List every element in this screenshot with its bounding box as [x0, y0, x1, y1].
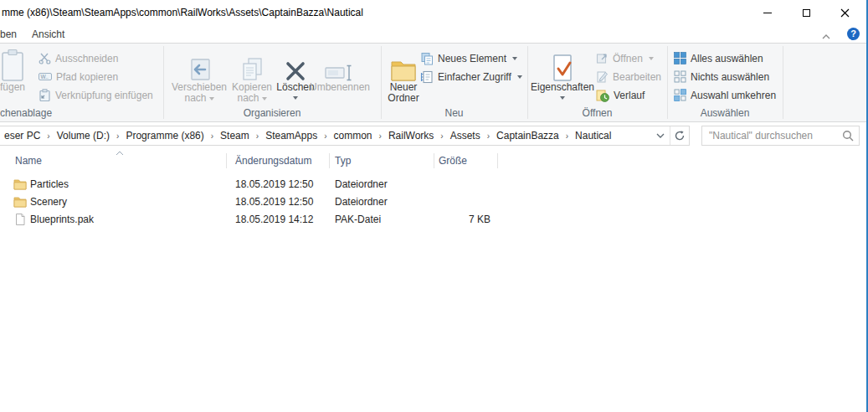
clipboard-paste-icon: [0, 49, 25, 82]
easy-access-button[interactable]: Einfacher Zugriff: [420, 70, 522, 84]
minimize-button[interactable]: [748, 0, 787, 25]
select-none-button[interactable]: Nichts auswählen: [674, 70, 769, 84]
file-size: [434, 193, 492, 210]
file-type: PAK-Datei: [335, 210, 381, 228]
delete-icon: [285, 60, 306, 82]
column-divider[interactable]: [226, 153, 227, 168]
new-folder-button[interactable]: Neuer Ordner: [383, 47, 424, 104]
column-header-name[interactable]: Name: [15, 149, 42, 173]
ribbon-collapse-button[interactable]: [821, 31, 831, 43]
breadcrumb-item[interactable]: SteamApps: [265, 130, 318, 142]
search-icon: [842, 130, 854, 142]
caret-down-icon: [517, 75, 522, 79]
breadcrumb-item[interactable]: common: [333, 130, 373, 142]
group-label-clipboard: chenablage: [0, 107, 163, 119]
file-size: [434, 175, 492, 193]
breadcrumb-separator[interactable]: ›: [41, 131, 55, 141]
rename-button[interactable]: Umbenennen: [307, 47, 372, 93]
refresh-button[interactable]: [670, 126, 689, 145]
move-to-button[interactable]: Verschieben nach: [170, 47, 229, 104]
paste-button[interactable]: infügen: [0, 47, 39, 93]
select-all-label: Alles auswählen: [691, 53, 763, 64]
breadcrumb-separator[interactable]: ›: [205, 131, 219, 141]
file-date: 18.05.2019 12:50: [235, 193, 313, 210]
column-header-date[interactable]: Änderungsdatum: [235, 149, 311, 173]
column-header-type[interactable]: Typ: [335, 149, 351, 173]
close-button[interactable]: [825, 0, 864, 25]
invert-selection-label: Auswahl umkehren: [691, 90, 776, 101]
cut-label: Ausschneiden: [55, 53, 118, 64]
breadcrumb-item[interactable]: Programme (x86): [125, 130, 204, 142]
breadcrumb-separator[interactable]: ›: [250, 131, 265, 141]
table-row[interactable]: Particles 18.05.2019 12:50 Dateiordner: [0, 175, 536, 193]
address-dropdown-button[interactable]: [651, 126, 670, 145]
history-button[interactable]: Verlauf: [596, 88, 645, 102]
ribbon-group-clipboard: infügen Ausschneiden W.. Pfad kopieren: [0, 44, 163, 121]
column-divider[interactable]: [434, 153, 434, 168]
table-row[interactable]: Blueprints.pak 18.05.2019 14:12 PAK-Date…: [0, 210, 536, 228]
breadcrumb-item[interactable]: Volume (D:): [56, 130, 110, 142]
maximize-icon: [803, 9, 810, 17]
breadcrumb-separator[interactable]: ›: [110, 131, 125, 141]
minimize-icon: [763, 13, 772, 13]
properties-label: Eigenschaften: [529, 82, 596, 93]
tab-view[interactable]: Ansicht: [32, 28, 64, 40]
paste-shortcut-button[interactable]: Verknüpfung einfügen: [39, 88, 153, 102]
new-item-icon: [420, 52, 434, 65]
breadcrumb-item[interactable]: Steam: [219, 130, 250, 142]
caret-down-icon: [512, 57, 517, 60]
ribbon-group-organize: Verschieben nach Kopieren nach: [163, 44, 381, 121]
column-divider[interactable]: [329, 153, 330, 168]
cut-button[interactable]: Ausschneiden: [39, 51, 118, 65]
copy-path-button[interactable]: W.. Pfad kopieren: [39, 70, 118, 84]
file-type: Dateiordner: [335, 193, 388, 210]
caret-down-icon: [293, 96, 298, 100]
open-button[interactable]: Öffnen: [596, 51, 654, 65]
caret-down-icon: [560, 96, 565, 100]
file-name: Particles: [30, 175, 69, 193]
maximize-button[interactable]: [787, 0, 825, 25]
copy-to-icon: [240, 57, 264, 82]
search-input[interactable]: [702, 130, 837, 142]
column-headers: Name Änderungsdatum Typ Größe: [0, 149, 866, 173]
breadcrumb-item[interactable]: RailWorks: [388, 130, 434, 142]
column-header-size[interactable]: Größe: [439, 149, 467, 173]
easy-access-icon: [420, 70, 434, 84]
select-none-icon: [674, 70, 686, 83]
table-row[interactable]: Scenery 18.05.2019 12:50 Dateiordner: [0, 193, 536, 210]
rename-label: Umbenennen: [307, 82, 372, 93]
search-button[interactable]: [837, 130, 859, 142]
folder-icon: [13, 178, 27, 191]
breadcrumb-item[interactable]: Assets: [449, 130, 481, 142]
ribbon-group-open: Eigenschaften Öffnen Bearbeiten: [527, 44, 667, 121]
breadcrumb-item[interactable]: Nautical: [574, 130, 612, 142]
breadcrumb-item[interactable]: eser PC: [3, 130, 41, 142]
edit-label: Bearbeiten: [613, 71, 661, 83]
invert-selection-button[interactable]: Auswahl umkehren: [674, 88, 776, 102]
edit-button[interactable]: Bearbeiten: [596, 70, 661, 84]
address-bar[interactable]: eser PC › Volume (D:) › Programme (x86) …: [0, 126, 690, 146]
history-label: Verlauf: [614, 90, 645, 101]
invert-selection-icon: [674, 89, 686, 101]
breadcrumb-separator[interactable]: ›: [373, 131, 388, 141]
properties-button[interactable]: Eigenschaften: [529, 47, 596, 101]
properties-icon: [550, 54, 575, 82]
group-label-open: Öffnen: [527, 107, 667, 119]
new-item-button[interactable]: Neues Element: [420, 51, 517, 65]
breadcrumb-separator[interactable]: ›: [481, 131, 496, 141]
caret-down-icon: [649, 57, 654, 60]
file-size: 7 KB: [434, 210, 492, 228]
file-type: Dateiordner: [335, 175, 388, 193]
copy-to-button[interactable]: Kopieren nach: [229, 47, 275, 104]
help-button[interactable]: ?: [847, 28, 860, 40]
column-divider[interactable]: [497, 153, 498, 168]
paste-shortcut-icon: [39, 89, 51, 101]
group-label-select: Auswählen: [667, 107, 783, 119]
breadcrumb-item[interactable]: CaptainBazza: [496, 130, 560, 142]
breadcrumb-separator[interactable]: ›: [560, 131, 574, 141]
select-all-button[interactable]: Alles auswählen: [674, 51, 763, 65]
ribbon: infügen Ausschneiden W.. Pfad kopieren: [0, 44, 866, 122]
breadcrumb-separator[interactable]: ›: [434, 131, 449, 141]
tab-share[interactable]: ben: [0, 28, 17, 40]
breadcrumb-separator[interactable]: ›: [318, 131, 332, 141]
